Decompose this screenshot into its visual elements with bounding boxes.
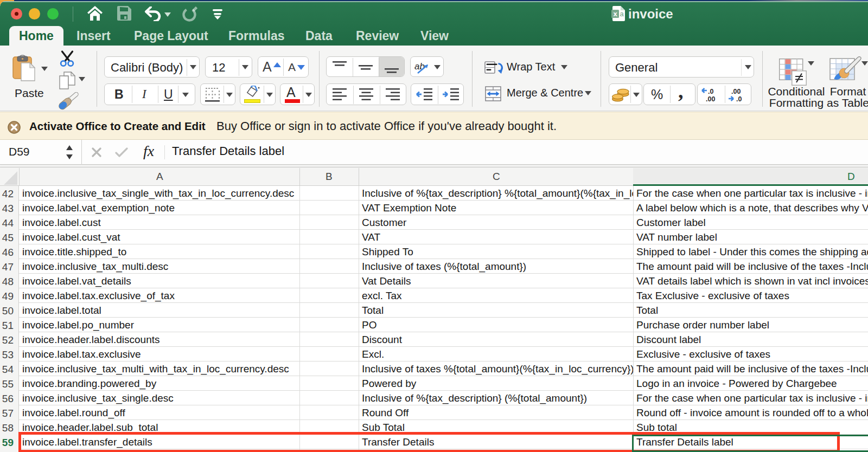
svg-text:.0: .0 bbox=[736, 95, 742, 103]
svg-text:a: a bbox=[620, 10, 624, 18]
svg-text:.00: .00 bbox=[706, 95, 715, 103]
svg-text:.00: .00 bbox=[731, 88, 741, 95]
svg-text:ab: ab bbox=[414, 61, 425, 72]
svg-text:x: x bbox=[613, 10, 617, 18]
svg-text:.0: .0 bbox=[708, 88, 713, 95]
